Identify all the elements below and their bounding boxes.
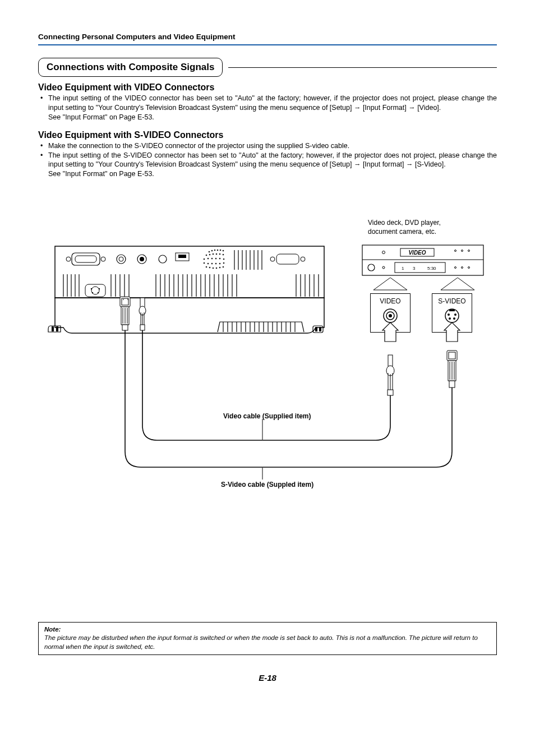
see-ref: See "Input Format" on Page E-53. — [48, 113, 154, 121]
subheading-svideo: Video Equipment with S-VIDEO Connectors — [38, 130, 497, 140]
cable1-label: Video cable (Supplied item) — [223, 412, 311, 420]
video-list: The input setting of the VIDEO connector… — [38, 94, 497, 122]
list-item: Make the connection to the S-VIDEO conne… — [38, 141, 497, 151]
note-heading: Note: — [44, 626, 491, 633]
svg-rect-159 — [388, 390, 393, 395]
bullet-text: The input setting of the VIDEO connector… — [48, 94, 497, 112]
subheading-video: Video Equipment with VIDEO Connectors — [38, 82, 497, 93]
svg-rect-154 — [388, 355, 393, 366]
svideo-list: Make the connection to the S-VIDEO conne… — [38, 141, 497, 179]
section-title-row: Connections with Composite Signals — [38, 58, 497, 77]
svg-rect-166 — [449, 381, 455, 388]
bullet-text: The input setting of the S-VIDEO connect… — [48, 151, 497, 169]
title-rule — [228, 67, 497, 68]
list-item: The input setting of the VIDEO connector… — [38, 94, 497, 122]
section-header: Connecting Personal Computers and Video … — [38, 33, 497, 45]
list-item: The input setting of the S-VIDEO connect… — [38, 151, 497, 179]
section-title: Connections with Composite Signals — [38, 58, 223, 77]
note-box: Note: The picture may be disturbed when … — [38, 622, 497, 655]
cable2-label: S-Video cable (Suppled item) — [221, 481, 313, 488]
see-ref: See "Input Format" on Page E-53. — [48, 170, 154, 178]
page-number: E-18 — [38, 673, 497, 683]
connection-diagram: Video deck, DVD player, document camera,… — [38, 218, 497, 532]
note-body: The picture may be disturbed when the in… — [44, 634, 491, 651]
